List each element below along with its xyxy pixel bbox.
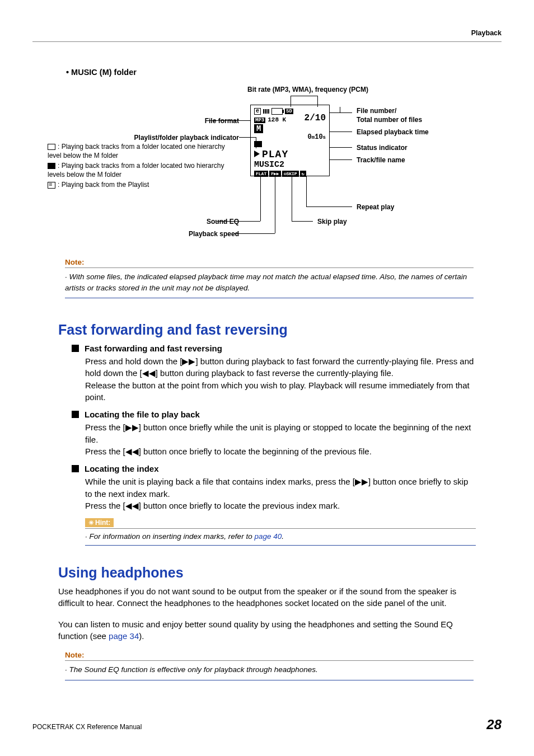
divider bbox=[85, 528, 476, 529]
note-text: The Sound EQ function is effective only … bbox=[65, 664, 474, 675]
sd-icon: SD bbox=[285, 109, 293, 114]
note-block-2: Note: The Sound EQ function is effective… bbox=[65, 651, 474, 680]
hint-text: For information on inserting index marks… bbox=[85, 532, 476, 541]
subhead-locate-file: Locating the file to play back bbox=[72, 410, 476, 419]
ff-icon: ▶▶ bbox=[182, 356, 195, 366]
lcd-play: PLAY bbox=[262, 149, 288, 160]
page-header: Playback bbox=[32, 29, 502, 42]
body-locate-index: While the unit is playing back a file th… bbox=[85, 476, 476, 511]
page-number: 28 bbox=[486, 717, 502, 732]
lcd-rec: e bbox=[254, 108, 261, 115]
subhead-locate-index: Locating the index bbox=[72, 464, 476, 473]
link-page-34[interactable]: page 34 bbox=[109, 631, 139, 641]
label-playlist-indicator: Playlist/folder playback indicator bbox=[134, 134, 239, 142]
indicator-2: : Playing back tracks from a folder loca… bbox=[48, 162, 239, 179]
divider bbox=[65, 660, 474, 661]
headphones-p2: You can listen to music and enjoy better… bbox=[58, 618, 476, 642]
rw-icon: ◀◀ bbox=[125, 447, 139, 456]
note-text: With some files, the indicated elapsed p… bbox=[65, 271, 474, 293]
section-ffrev: Fast forwarding and fast reversing bbox=[58, 322, 502, 338]
battery-icon bbox=[271, 108, 283, 115]
lcd-screen: e SD MP3128 K M 2/10 0m10s PLAY MUSIC2 F bbox=[250, 105, 330, 176]
label-skip: Skip play bbox=[317, 218, 347, 226]
label-track-name: Track/file name bbox=[357, 156, 405, 164]
section-headphones: Using headphones bbox=[58, 565, 502, 581]
note-block-1: Note: With some files, the indicated ela… bbox=[65, 258, 474, 298]
indicator-1: : Playing back tracks from a folder loca… bbox=[48, 143, 239, 160]
headphones-p1: Use headphones if you do not want sound … bbox=[58, 585, 476, 609]
label-repeat: Repeat play bbox=[357, 203, 394, 211]
rw-icon: ◀◀ bbox=[142, 368, 156, 378]
play-icon bbox=[254, 151, 260, 157]
divider bbox=[65, 298, 474, 298]
lcd-bitrate: 128 K bbox=[268, 116, 286, 123]
divider bbox=[65, 267, 474, 268]
lcd-trackname: MUSIC2 bbox=[254, 160, 326, 170]
folder-outline-icon bbox=[48, 144, 55, 150]
mp3-badge: MP3 bbox=[254, 118, 265, 123]
hint-label: Hint: bbox=[85, 518, 114, 527]
label-elapsed: Elapsed playback time bbox=[357, 128, 429, 136]
lcd-diagram: Bit rate (MP3, WMA), frequency (PCM) e S… bbox=[38, 86, 496, 248]
ff-icon: ▶▶ bbox=[355, 477, 368, 486]
label-bitrate: Bit rate (MP3, WMA), frequency (PCM) bbox=[247, 86, 368, 93]
rw-icon: ◀◀ bbox=[125, 501, 139, 510]
label-status: Status indicator bbox=[357, 144, 407, 152]
m-badge: M bbox=[254, 124, 263, 133]
label-playback-speed: Playback speed bbox=[189, 230, 239, 238]
lcd-fraction: 2/10 bbox=[305, 113, 326, 123]
footer-left: POCKETRAK CX Reference Manual bbox=[32, 723, 142, 731]
subhead-ffrev: Fast forwarding and fast reversing bbox=[72, 344, 476, 353]
body-locate-file: Press the [▶▶] button once briefly while… bbox=[85, 421, 476, 457]
link-page-40[interactable]: page 40 bbox=[254, 532, 282, 541]
folder-filled-icon bbox=[48, 163, 55, 169]
body-ffrev-1: Press and hold down the [▶▶] button duri… bbox=[85, 355, 476, 403]
label-sound-eq: Sound EQ bbox=[207, 218, 239, 226]
indicator-3: : Playing back from the Playlist bbox=[48, 181, 239, 189]
music-folder-heading: MUSIC (M) folder bbox=[66, 68, 502, 77]
note-label: Note: bbox=[65, 258, 89, 266]
divider bbox=[65, 680, 474, 680]
playlist-icon bbox=[48, 182, 55, 189]
hint-block: Hint: For information on inserting index… bbox=[85, 518, 476, 546]
divider bbox=[85, 545, 476, 546]
page-footer: POCKETRAK CX Reference Manual 28 bbox=[32, 717, 502, 732]
lcd-elapsed: 0m10s bbox=[254, 133, 326, 141]
ff-icon: ▶▶ bbox=[125, 422, 139, 432]
lcd-chips: FLAT F▶▶ ◎SKIP ↻ bbox=[254, 171, 326, 177]
label-file-format: File format bbox=[205, 117, 239, 125]
label-file-number: File number/ Total number of files bbox=[357, 107, 422, 124]
note-label: Note: bbox=[65, 651, 89, 659]
